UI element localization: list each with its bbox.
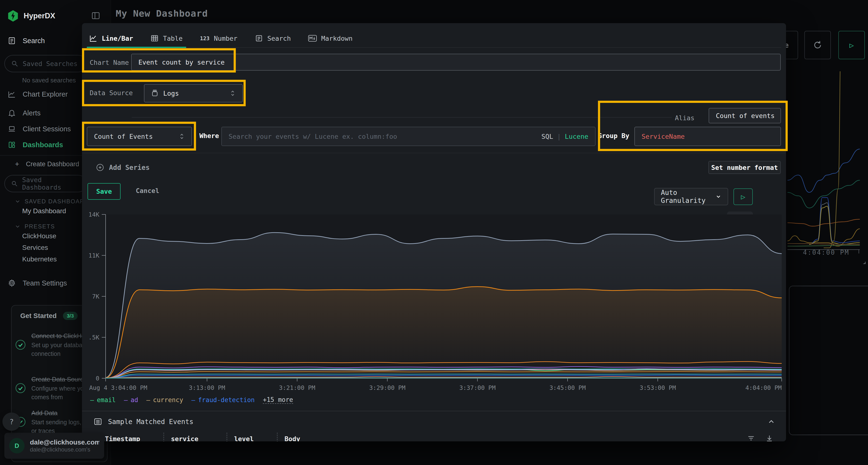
- sample-matched-events-header[interactable]: Sample Matched Events: [94, 417, 775, 426]
- sidebar-item-label: Alerts: [23, 109, 40, 117]
- chevron-down-icon: [715, 193, 721, 200]
- user-email: dale@clickhouse.com: [30, 438, 99, 446]
- column-header-service[interactable]: service: [163, 433, 226, 441]
- search-icon: [11, 60, 18, 67]
- column-header-body[interactable]: Body: [277, 433, 422, 441]
- legend-swatch: —: [90, 396, 94, 404]
- sidebar-item-alerts[interactable]: Alerts: [8, 109, 40, 117]
- play-icon: ▷: [849, 41, 854, 49]
- saved-dashboards-input[interactable]: Saved Dashboards: [4, 175, 87, 192]
- download-icon[interactable]: [765, 434, 774, 441]
- tabs-underline: [87, 47, 781, 48]
- tab-markdown[interactable]: Markdown: [306, 35, 355, 42]
- svg-text:Aug 4 3:04:00 PM: Aug 4 3:04:00 PM: [89, 384, 147, 391]
- number-123-icon: 123: [200, 35, 210, 41]
- svg-text:4:04:00 PM: 4:04:00 PM: [745, 384, 782, 391]
- chart-line-icon: [8, 90, 16, 98]
- get-started-title: Get Started: [20, 312, 57, 320]
- document-icon: [8, 37, 16, 45]
- legend-more-link[interactable]: +15 more: [263, 396, 293, 404]
- gear-icon: [8, 279, 16, 287]
- legend-swatch: —: [124, 396, 128, 404]
- check-circle-icon: [15, 339, 26, 350]
- brand-name: HyperDX: [24, 11, 55, 20]
- divider: [82, 153, 786, 153]
- divider: [82, 411, 786, 411]
- collapse-chevron-icon[interactable]: [767, 418, 775, 426]
- brand: HyperDX: [8, 10, 55, 22]
- run-query-button[interactable]: ▷: [838, 31, 865, 59]
- chevron-down-icon: [14, 198, 21, 204]
- sidebar-item-label: Chart Explorer: [23, 90, 68, 98]
- tabs-underline-active: [87, 47, 186, 48]
- screen: HyperDX Search Saved Searches No saved s…: [0, 0, 868, 465]
- legend-swatch: —: [191, 396, 195, 404]
- laptop-icon: [8, 125, 16, 133]
- filter-icon[interactable]: [747, 434, 755, 441]
- help-button[interactable]: ?: [2, 412, 21, 431]
- sidebar-item-search[interactable]: Search: [8, 37, 45, 45]
- set-number-format-button[interactable]: Set number format: [708, 161, 781, 174]
- cancel-button[interactable]: Cancel: [136, 187, 159, 194]
- search-icon: [11, 180, 18, 187]
- create-dashboard-button[interactable]: + Create Dashboard: [15, 160, 79, 168]
- legend-item-email[interactable]: —email: [90, 396, 116, 404]
- bell-icon: [8, 109, 16, 117]
- svg-text:0: 0: [96, 375, 99, 382]
- refresh-icon: [812, 40, 823, 50]
- run-chart-button[interactable]: ▷: [734, 189, 753, 205]
- where-input[interactable]: Search your events w/ Lucene ex. column:…: [221, 127, 595, 146]
- timeseries-chart[interactable]: 03.5K7K11K14KAug 4 3:04:00 PM3:13:00 PM3…: [89, 212, 784, 395]
- highlight-box-group-by: [598, 101, 788, 151]
- table-icon: [151, 34, 159, 42]
- sidebar-item-client-sessions[interactable]: Client Sessions: [8, 125, 71, 133]
- page-title: My New Dashboard: [116, 8, 208, 19]
- tab-number[interactable]: 123 Number: [197, 35, 240, 42]
- sidebar-item-chart-explorer[interactable]: Chart Explorer: [8, 90, 68, 98]
- refresh-button[interactable]: [804, 31, 831, 59]
- list-icon: [94, 417, 102, 426]
- legend-item-ad[interactable]: —ad: [124, 396, 138, 404]
- tab-table[interactable]: Table: [148, 34, 185, 42]
- svg-text:14K: 14K: [89, 212, 99, 218]
- tab-search[interactable]: Search: [252, 34, 293, 42]
- svg-text:3:21:00 PM: 3:21:00 PM: [279, 384, 315, 391]
- svg-text:3:53:00 PM: 3:53:00 PM: [640, 384, 676, 391]
- sql-toggle[interactable]: SQL: [541, 133, 553, 140]
- legend-item-currency[interactable]: —currency: [146, 396, 183, 404]
- saved-searches-placeholder: Saved Searches: [23, 60, 78, 67]
- add-series-button[interactable]: Add Series: [96, 163, 150, 171]
- plus-icon: +: [15, 160, 19, 168]
- column-header-level[interactable]: level: [226, 433, 277, 441]
- highlight-box-data-source: [82, 80, 246, 106]
- granularity-select[interactable]: Auto Granularity: [654, 188, 728, 205]
- saved-searches-input[interactable]: Saved Searches: [4, 55, 87, 72]
- lucene-toggle[interactable]: Lucene: [565, 133, 588, 140]
- sidebar-preset-services[interactable]: Services: [22, 244, 48, 252]
- background-panel: [789, 286, 868, 435]
- sidebar-collapse-icon[interactable]: [91, 11, 100, 20]
- where-label: Where: [199, 132, 219, 139]
- presets-section[interactable]: PRESETS: [14, 223, 55, 230]
- column-header-timestamp-local-[interactable]: Timestamp (Local): [105, 433, 163, 441]
- sidebar-dashboard-my-dashboard[interactable]: My Dashboard: [22, 207, 66, 215]
- play-icon: ▷: [741, 193, 745, 201]
- highlight-box-aggregation: [82, 122, 196, 151]
- chart-legend: —email—ad—currency—fraud-detection+15 mo…: [90, 396, 293, 404]
- background-chart-time-label: 4:04:00 PM: [803, 248, 849, 256]
- user-menu[interactable]: D dale@clickhouse.com dale@clickhouse.co…: [4, 433, 104, 459]
- save-button[interactable]: Save: [88, 183, 121, 200]
- dashboards-icon: [8, 141, 16, 149]
- sidebar-preset-kubernetes[interactable]: Kubernetes: [22, 255, 57, 263]
- team-settings-button[interactable]: Team Settings: [8, 279, 67, 287]
- sidebar-preset-clickhouse[interactable]: ClickHouse: [22, 232, 56, 240]
- resize-handle-icon[interactable]: [860, 258, 866, 265]
- highlight-box-chart-name: [82, 48, 236, 72]
- check-circle-icon: [15, 383, 26, 394]
- chart-type-tabs: Line/Bar Table 123 Number Search: [87, 30, 355, 47]
- tab-line-bar[interactable]: Line/Bar: [87, 34, 135, 42]
- svg-text:11K: 11K: [89, 252, 99, 259]
- sidebar-item-dashboards[interactable]: Dashboards: [8, 141, 63, 149]
- legend-item-fraud-detection[interactable]: —fraud-detection: [191, 396, 255, 404]
- svg-text:3:37:00 PM: 3:37:00 PM: [459, 384, 496, 391]
